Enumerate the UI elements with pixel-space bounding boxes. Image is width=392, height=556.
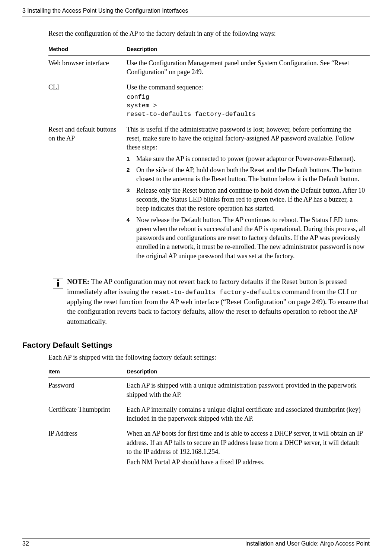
page-footer: 32 Installation and User Guide: Airgo Ac…: [22, 538, 370, 548]
item-cell: IP Address: [48, 426, 127, 470]
col-header-item: Item: [48, 366, 127, 378]
section-heading: Factory Default Settings: [22, 340, 370, 350]
cli-code-line: system >: [127, 102, 366, 110]
steps-list: Make sure the AP is connected to power (…: [127, 154, 366, 260]
info-icon: [53, 278, 63, 288]
table-row: Certificate Thumbprint Each AP internall…: [48, 402, 370, 426]
note-label: NOTE:: [67, 278, 89, 285]
description-cell: Use the Configuration Management panel u…: [127, 56, 370, 80]
page-header: 3 Installing the Access Point Using the …: [22, 7, 370, 16]
description-cell: Use the command sequence: config system …: [127, 80, 370, 122]
table-row: Reset and default buttons on the AP This…: [48, 122, 370, 263]
step-item: On the side of the AP, hold down both th…: [127, 165, 366, 184]
cli-code-line: config: [127, 93, 366, 102]
item-cell: Certificate Thumbprint: [48, 402, 127, 426]
table-row: CLI Use the command sequence: config sys…: [48, 80, 370, 122]
table-row: IP Address When an AP boots for first ti…: [48, 426, 370, 470]
description-cell: Each AP is shipped with a unique adminis…: [127, 378, 370, 402]
chapter-title: 3 Installing the Access Point Using the …: [22, 7, 188, 14]
intro-text: Reset the configuration of the AP to the…: [48, 29, 370, 38]
note-text: NOTE: The AP configuration may not rever…: [67, 277, 370, 326]
table-header-row: Item Description: [48, 366, 370, 378]
reset-desc-lead: This is useful if the administrative pas…: [127, 125, 366, 152]
step-item: Make sure the AP is connected to power (…: [127, 154, 366, 163]
step-item: Release only the Reset button and contin…: [127, 186, 366, 213]
page-number: 32: [22, 540, 29, 548]
description-cell: When an AP boots for first time and is a…: [127, 426, 370, 470]
method-cell: CLI: [48, 80, 127, 122]
step-item: Now release the Default button. The AP c…: [127, 215, 366, 260]
methods-table: Method Description Web browser interface…: [48, 44, 370, 263]
note-block: NOTE: The AP configuration may not rever…: [48, 277, 370, 326]
col-header-description: Description: [127, 366, 370, 378]
table-row: Password Each AP is shipped with a uniqu…: [48, 378, 370, 402]
settings-table: Item Description Password Each AP is shi…: [48, 366, 370, 470]
method-cell: Reset and default buttons on the AP: [48, 122, 127, 263]
description-cell: Each AP internally contains a unique dig…: [127, 402, 370, 426]
col-header-method: Method: [48, 44, 127, 56]
table-header-row: Method Description: [48, 44, 370, 56]
table-row: Web browser interface Use the Configurat…: [48, 56, 370, 80]
doc-title: Installation and User Guide: Airgo Acces…: [245, 540, 370, 548]
method-cell: Web browser interface: [48, 56, 127, 80]
ip-desc-p1: When an AP boots for first time and is a…: [127, 429, 366, 456]
description-cell: This is useful if the administrative pas…: [127, 122, 370, 263]
item-cell: Password: [48, 378, 127, 402]
note-code: reset-to-defaults factory-defaults: [151, 289, 280, 296]
cli-code-line: reset-to-defaults factory-defaults: [127, 110, 366, 119]
section-intro: Each AP is shipped with the following fa…: [48, 353, 370, 362]
col-header-description: Description: [127, 44, 370, 56]
cli-desc-lead: Use the command sequence:: [127, 83, 366, 92]
ip-desc-p2: Each NM Portal AP should have a fixed IP…: [127, 458, 366, 467]
